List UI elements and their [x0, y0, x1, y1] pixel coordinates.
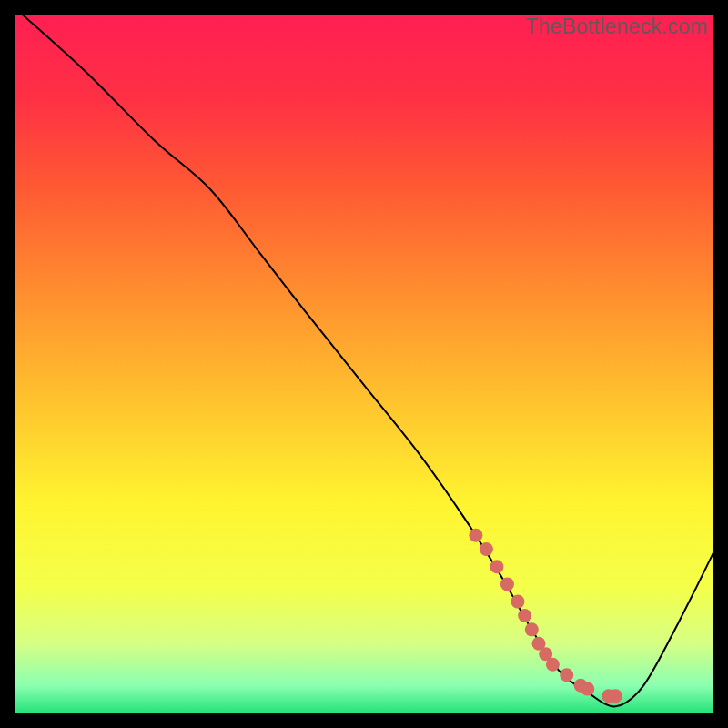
highlight-dot	[546, 658, 560, 672]
gradient-background	[15, 15, 713, 713]
highlight-dot	[511, 595, 524, 609]
highlight-dot	[469, 529, 482, 542]
chart-svg	[15, 15, 713, 713]
highlight-dot	[581, 682, 594, 696]
highlight-dot	[490, 560, 503, 573]
highlight-dot	[500, 577, 514, 591]
highlight-dot	[525, 622, 539, 636]
highlight-dot	[480, 542, 493, 556]
highlight-dot	[560, 668, 573, 682]
chart-frame: TheBottleneck.com	[15, 15, 713, 713]
highlight-dot	[518, 609, 531, 622]
highlight-dot	[609, 689, 622, 703]
